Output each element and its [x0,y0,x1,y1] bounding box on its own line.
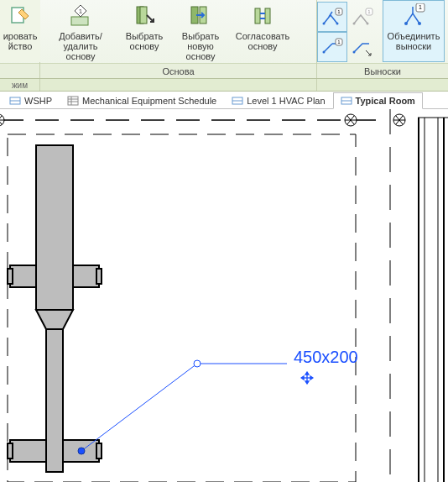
svg-rect-51 [10,440,46,462]
svg-point-9 [323,23,326,25]
merge-leaders-icon: 1 [400,3,427,29]
svg-rect-54 [96,443,102,458]
subbar-segment: жим [0,79,40,91]
tab-level1-hvac[interactable]: Level 1 HVAC Plan [224,92,332,108]
pick-host-icon [131,3,158,29]
tab-label: Level 1 HVAC Plan [247,96,325,106]
drawing-canvas[interactable]: 450x200 [0,109,448,482]
merge-leaders-button[interactable]: 1 Объединитьвыноски [383,0,445,62]
reconcile-host-button[interactable]: Согласоватьоснову [233,0,292,62]
ribbon-button-label: Добавить/удалитьоснову [44,31,117,61]
view-icon [232,96,243,106]
ribbon-button-label: Согласоватьоснову [236,31,289,51]
svg-text:1: 1 [419,4,422,10]
view-icon [9,96,21,106]
ribbon-group-partial: ироватьйство [0,0,40,78]
svg-rect-7 [255,8,260,24]
svg-point-14 [367,23,369,25]
svg-rect-50 [96,269,102,284]
tab-wshp[interactable]: WSHP [2,92,60,108]
svg-point-13 [353,23,356,25]
ribbon-group-host: 1 Добавить/удалитьоснову Выбратьоснову [40,0,317,78]
subbar-segment [317,79,448,91]
svg-rect-45 [36,145,73,310]
svg-rect-53 [8,443,13,458]
pick-host-button[interactable]: Выбратьоснову [121,0,168,62]
ribbon-group-leaders: 1 1 1 [317,0,448,78]
leader-small-buttons: 1 1 1 [317,0,383,62]
leader-tool-2[interactable]: 1 [347,2,378,32]
leader-tool-3[interactable]: 1 [317,32,347,62]
ribbon-group-label: Выноски [317,63,448,78]
svg-point-57 [78,448,85,454]
subbar-segment [40,79,317,91]
view-tabbar: WSHP Mechanical Equipment Schedule Level… [0,92,448,109]
ribbon-button-label: Объединитьвыноски [388,31,440,51]
svg-rect-4 [140,7,147,24]
svg-rect-48 [73,265,99,287]
drawing-svg [0,109,448,482]
svg-point-22 [418,22,421,25]
schedule-icon [67,96,79,106]
svg-rect-47 [10,265,36,287]
reconcile-host-icon [249,3,276,29]
add-remove-host-button[interactable]: 1 Добавить/удалитьоснову [40,0,121,62]
pick-new-host-icon [187,3,214,29]
duct-size-tag[interactable]: 450x200 [294,348,358,367]
host-diamond-icon: 1 [67,3,94,29]
svg-rect-8 [265,8,270,24]
svg-point-10 [336,23,339,25]
ribbon-subbar: жим [0,79,448,92]
svg-point-20 [353,51,356,54]
tab-label: WSHP [24,96,52,106]
svg-point-21 [404,22,408,25]
tab-typical-room[interactable]: Typical Room [333,92,423,109]
tab-label: Mechanical Equipment Schedule [82,96,216,106]
ribbon-group-label: Основа [40,63,316,78]
svg-line-55 [81,364,197,451]
svg-rect-1 [71,17,88,25]
edit-icon [7,3,34,29]
ribbon: ироватьйство 1 Добавить/удалитьоснову [0,0,448,79]
leader-tool-1[interactable]: 1 [317,2,347,32]
ribbon-button-partial[interactable]: ироватьйство [0,0,40,62]
svg-rect-46 [46,329,63,472]
leader-tool-4[interactable] [347,32,378,62]
svg-rect-27 [68,97,78,105]
ribbon-group-label [0,63,39,78]
svg-point-58 [194,360,201,367]
svg-text:1: 1 [79,8,83,15]
tab-label: Typical Room [356,96,415,106]
view-icon [341,96,352,106]
pick-new-host-button[interactable]: Выбратьновую основу [168,0,233,62]
ribbon-button-label: Выбратьновую основу [172,31,229,61]
tab-mech-schedule[interactable]: Mechanical Equipment Schedule [60,92,224,108]
ribbon-button-label: Выбратьоснову [126,31,163,51]
svg-point-17 [323,51,326,54]
ribbon-button-label: ироватьйство [3,31,38,51]
svg-rect-49 [8,269,13,284]
